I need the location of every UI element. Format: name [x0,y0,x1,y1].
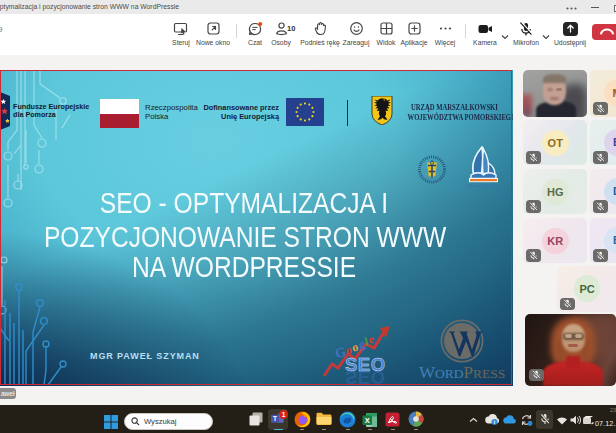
svg-text:T: T [273,415,277,422]
svg-text:X: X [365,416,370,425]
